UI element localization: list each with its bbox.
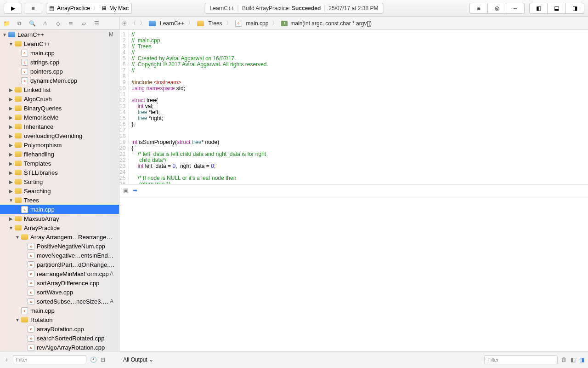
tree-item[interactable]: ▶Linked list (0, 85, 119, 94)
debug-navigator-tab[interactable]: ≣ (67, 20, 74, 27)
project-navigator-tab[interactable]: 📁 (3, 20, 10, 27)
run-button[interactable]: ▶ (4, 3, 22, 14)
code-line[interactable] (131, 127, 268, 133)
code-content[interactable]: //// main.cpp// Trees//// Created by Avi… (129, 30, 268, 184)
tree-item[interactable]: ▶STLLibraries (0, 168, 119, 177)
tree-item[interactable]: csortedSubse…nceSize3.cppA (0, 297, 119, 306)
code-line[interactable]: // Trees (131, 44, 268, 50)
recent-filter-icon[interactable]: 🕘 (90, 356, 97, 363)
tree-item[interactable]: ▼Rotation (0, 315, 119, 324)
tree-item[interactable]: ▶MemoriseMe (0, 113, 119, 122)
tree-item[interactable]: ▶BinaryQueries (0, 104, 119, 113)
stop-button[interactable]: ■ (24, 3, 42, 14)
code-line[interactable]: // main.cpp (131, 38, 268, 44)
code-line[interactable]: // Copyright © 2017 Aviral Aggarwal. All… (131, 62, 268, 68)
project-root[interactable]: ▼LearnC++M (0, 30, 119, 39)
test-navigator-tab[interactable]: ◇ (54, 20, 62, 27)
editor-assistant-button[interactable]: ◎ (488, 3, 506, 14)
console-filter[interactable] (484, 355, 558, 364)
output-selector[interactable]: All Output ⌄ (123, 356, 153, 363)
tree-item[interactable]: ▼ArrayPractice (0, 223, 119, 232)
code-line[interactable]: using namespace std; (131, 86, 268, 92)
panel-bottom-button[interactable]: ⬓ (548, 3, 566, 14)
code-editor[interactable]: 1234567891011121314151617181920212223242… (119, 30, 588, 184)
right-pane-icon[interactable]: ◨ (579, 356, 584, 363)
build-status[interactable]: LearnC++ Build ArrayPractice: Succeeded … (205, 3, 384, 14)
toggle-debug-icon[interactable]: ▣ (123, 187, 128, 194)
tree-item[interactable]: ▶overloadingOverriding (0, 131, 119, 140)
project-tree[interactable]: ▼LearnC++M▼LearnC++cmain.cppcstrings.cpp… (0, 30, 119, 351)
panel-left-button[interactable]: ◧ (529, 3, 548, 14)
tree-item[interactable]: csearchSortedRotated.cpp (0, 334, 119, 343)
disclosure-triangle[interactable]: ▼ (8, 225, 14, 230)
disclosure-triangle[interactable]: ▼ (8, 41, 14, 46)
left-pane-icon[interactable]: ◧ (571, 356, 576, 363)
disclosure-triangle[interactable]: ▼ (15, 317, 20, 322)
tree-item[interactable]: ▶AlgoCrush (0, 94, 119, 104)
find-navigator-tab[interactable]: 🔍 (28, 20, 36, 27)
scm-filter-icon[interactable]: ⊡ (101, 356, 105, 363)
navigator-filter[interactable] (13, 355, 86, 364)
disclosure-triangle[interactable]: ▼ (2, 32, 7, 37)
disclosure-triangle[interactable]: ▶ (8, 189, 14, 194)
tree-item[interactable]: ▶filehandling (0, 150, 119, 159)
disclosure-triangle[interactable]: ▼ (15, 235, 20, 240)
disclosure-triangle[interactable]: ▶ (8, 216, 14, 221)
tree-item[interactable]: cmoveNegative…entsInEnd.cpp (0, 251, 119, 260)
jumpbar-symbol[interactable]: fmain(int argc, const char * argv[]) (281, 20, 372, 27)
tree-item[interactable]: cpartition3Part…dOnRange.cpp (0, 260, 119, 269)
tree-item[interactable]: ▼Trees (0, 196, 119, 205)
tree-item[interactable]: carrayRotation.cpp (0, 324, 119, 334)
panel-right-button[interactable]: ◨ (566, 3, 584, 14)
disclosure-triangle[interactable]: ▶ (8, 97, 14, 102)
tree-item[interactable]: csortArrayDifference.cpp (0, 278, 119, 288)
line-gutter[interactable]: 1234567891011121314151617181920212223242… (119, 30, 129, 184)
tree-item[interactable]: cmain.cpp (0, 306, 119, 315)
editor-version-button[interactable]: ↔ (506, 3, 525, 14)
disclosure-triangle[interactable]: ▼ (8, 198, 14, 203)
tree-item[interactable]: ▼Array Arrangem…Rearrangement (0, 232, 119, 242)
disclosure-triangle[interactable]: ▶ (8, 170, 14, 175)
tree-item[interactable]: cpointers.cpp (0, 67, 119, 76)
back-button[interactable]: 〈 (130, 19, 136, 27)
tree-item[interactable]: cmain.cpp (0, 205, 119, 214)
issue-navigator-tab[interactable]: ⚠ (41, 20, 49, 27)
related-items-icon[interactable]: ⊞ (122, 20, 127, 27)
disclosure-triangle[interactable]: ▶ (8, 133, 14, 138)
add-file-button[interactable]: ＋ (4, 356, 9, 364)
tree-item[interactable]: ▶Templates (0, 159, 119, 168)
editor-standard-button[interactable]: ≡ (469, 3, 488, 14)
forward-button[interactable]: 〉 (140, 19, 145, 27)
tree-item[interactable]: csortWave.cpp (0, 288, 119, 297)
disclosure-triangle[interactable]: ▶ (8, 87, 14, 92)
tree-item[interactable]: crearrangeMinMaxForm.cppA (0, 269, 119, 278)
tree-item[interactable]: ▶Searching (0, 186, 119, 196)
tree-item[interactable]: ▶Sorting (0, 177, 119, 186)
disclosure-triangle[interactable]: ▶ (8, 179, 14, 184)
disclosure-triangle[interactable]: ▶ (8, 106, 14, 111)
scheme-selector[interactable]: ▤ ArrayPractice 〉 🖥 My Mac (46, 3, 132, 14)
breakpoint-navigator-tab[interactable]: ▱ (80, 20, 87, 27)
code-line[interactable]: }; (131, 121, 268, 127)
console[interactable] (119, 197, 588, 351)
tree-item[interactable]: ▼LearnC++ (0, 39, 119, 48)
tree-item[interactable]: ▶Polymorphism (0, 140, 119, 150)
code-line[interactable]: int left_data = 0, right_data = 0; (131, 163, 268, 169)
tree-item[interactable]: cPositiveNegativeNum.cpp (0, 242, 119, 251)
disclosure-triangle[interactable]: ▶ (8, 143, 14, 148)
symbol-navigator-tab[interactable]: ⧉ (16, 20, 23, 27)
code-line[interactable]: int isSumProperty(struct tree* node) (131, 139, 268, 145)
disclosure-triangle[interactable]: ▶ (8, 124, 14, 129)
disclosure-triangle[interactable]: ▶ (8, 161, 14, 166)
tree-item[interactable]: cdynamicMem.cpp (0, 76, 119, 85)
code-line[interactable]: // (131, 68, 268, 74)
continue-icon[interactable]: ➡ (133, 187, 137, 194)
tree-item[interactable]: cstrings.cpp (0, 58, 119, 67)
code-line[interactable]: tree *right; (131, 115, 268, 121)
tree-item[interactable]: crevAlgoArrayRotation.cpp (0, 343, 119, 351)
jumpbar-file[interactable]: cmain.cpp (235, 20, 269, 27)
tree-item[interactable]: ▶Inheritance (0, 122, 119, 131)
tree-item[interactable]: cmain.cpp (0, 48, 119, 58)
disclosure-triangle[interactable]: ▶ (8, 152, 14, 157)
tree-item[interactable]: ▶MaxsubArray (0, 214, 119, 223)
